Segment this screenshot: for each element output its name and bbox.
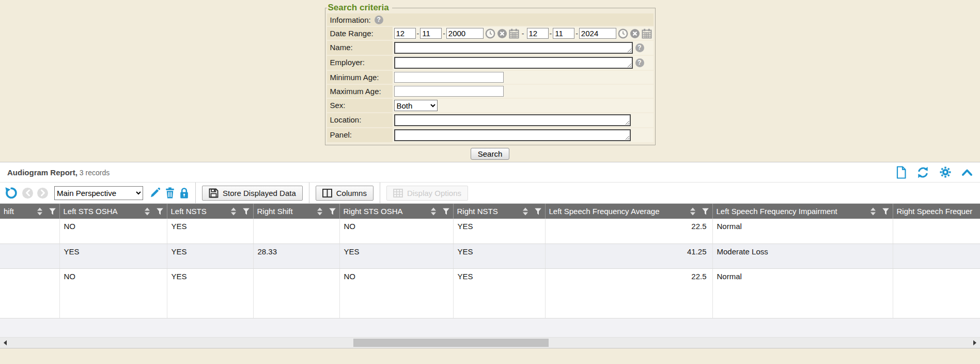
date-range-row: Date Range: - - - - - [327, 27, 654, 40]
from-day-input[interactable] [420, 28, 442, 39]
information-label: Information: [330, 16, 371, 24]
employer-row: Employer: ? [327, 56, 654, 70]
column-header-label: Right Shift [257, 207, 293, 216]
minimum-age-input[interactable] [394, 72, 504, 83]
column-header-left-speech-freq-avg[interactable]: Left Speech Frequency Average [545, 204, 712, 219]
employer-help-icon[interactable]: ? [635, 58, 644, 67]
scroll-left-icon[interactable] [4, 340, 7, 345]
table-row[interactable]: NO YES NO YES 22.5 Normal [0, 219, 980, 244]
cell: Normal [712, 268, 893, 318]
sort-icon[interactable] [431, 207, 436, 215]
back-icon[interactable] [22, 188, 33, 199]
gear-icon[interactable] [939, 166, 952, 178]
report-toolbar: Main Perspective Store Displayed Data Co… [0, 183, 980, 204]
cell: YES [59, 244, 167, 268]
column-header-right-sts-osha[interactable]: Right STS OSHA [339, 204, 453, 219]
to-year-input[interactable] [579, 28, 616, 39]
horizontal-scrollbar[interactable] [0, 337, 980, 348]
employer-input[interactable] [394, 57, 633, 69]
column-header-label: Right Speech Frequer [897, 207, 973, 216]
location-row: Location: [327, 113, 654, 127]
column-header-right-nsts[interactable]: Right NSTS [453, 204, 545, 219]
from-clear-icon[interactable] [497, 28, 507, 39]
name-input[interactable] [394, 42, 633, 54]
cell: 41.25 [545, 244, 712, 268]
scrollbar-thumb[interactable] [353, 339, 549, 347]
from-year-input[interactable] [446, 28, 484, 39]
panel-input[interactable] [394, 129, 631, 141]
scroll-right-icon[interactable] [973, 340, 976, 345]
to-calendar-icon[interactable] [642, 28, 652, 39]
cell: YES [167, 268, 253, 318]
to-clear-icon[interactable] [630, 28, 640, 39]
filter-funnel-icon[interactable] [329, 208, 336, 215]
search-button[interactable]: Search [471, 148, 510, 160]
table-row[interactable]: YES YES 28.33 YES YES 41.25 Moderate Los… [0, 244, 980, 268]
information-help-icon[interactable]: ? [375, 16, 383, 24]
filter-funnel-icon[interactable] [243, 208, 250, 215]
filter-funnel-icon[interactable] [157, 208, 163, 215]
name-label: Name: [327, 41, 393, 55]
column-header-label: Right STS OSHA [344, 207, 403, 216]
cell [253, 219, 339, 244]
columns-button[interactable]: Columns [316, 186, 374, 201]
cell [0, 268, 59, 318]
cell: 22.5 [545, 219, 712, 244]
column-header-left-shift[interactable]: hift [0, 204, 59, 219]
cell [0, 219, 59, 244]
date-range-label: Date Range: [327, 27, 393, 40]
table-row[interactable]: NO YES NO YES 22.5 Normal [0, 268, 980, 318]
filter-funnel-icon[interactable] [882, 208, 889, 215]
filter-funnel-icon[interactable] [49, 208, 56, 215]
display-options-button[interactable]: Display Options [386, 186, 468, 201]
forward-icon[interactable] [37, 188, 48, 199]
table-header-row: hift Left STS OSHA Left NSTS Right Shift… [0, 204, 980, 219]
sort-icon[interactable] [37, 207, 42, 215]
sex-select[interactable]: Both [394, 100, 438, 111]
from-month-input[interactable] [394, 28, 416, 39]
edit-pencil-icon[interactable] [149, 187, 161, 199]
column-header-right-shift[interactable]: Right Shift [253, 204, 339, 219]
cell: Normal [712, 219, 893, 244]
sort-icon[interactable] [317, 207, 322, 215]
collapse-chevron-icon[interactable] [961, 168, 973, 176]
lock-icon[interactable] [179, 187, 189, 199]
to-month-input[interactable] [527, 28, 549, 39]
display-options-grid-icon [393, 189, 403, 198]
columns-label: Columns [336, 189, 367, 198]
from-calendar-icon[interactable] [509, 28, 519, 39]
minimum-age-row: Minimum Age: [327, 71, 654, 84]
name-help-icon[interactable]: ? [635, 43, 644, 52]
sort-icon[interactable] [690, 207, 695, 215]
perspective-select[interactable]: Main Perspective [54, 186, 143, 200]
maximum-age-input[interactable] [394, 86, 504, 97]
delete-trash-icon[interactable] [165, 187, 175, 199]
sort-icon[interactable] [231, 207, 236, 215]
location-input[interactable] [394, 114, 631, 126]
filter-funnel-icon[interactable] [702, 208, 709, 215]
name-row: Name: ? [327, 41, 654, 55]
report-title-text: Audiogram Report, [7, 168, 77, 177]
sort-icon[interactable] [523, 207, 528, 215]
column-header-left-sts-osha[interactable]: Left STS OSHA [59, 204, 167, 219]
to-time-clock-icon[interactable] [618, 28, 628, 39]
panel-row: Panel: [327, 128, 654, 142]
column-header-label: Left Speech Frequency Impairment [717, 207, 837, 216]
to-day-input[interactable] [553, 28, 574, 39]
audiogram-table: hift Left STS OSHA Left NSTS Right Shift… [0, 204, 980, 318]
store-displayed-data-button[interactable]: Store Displayed Data [202, 186, 303, 201]
refresh-icon[interactable] [916, 166, 929, 179]
cell: NO [339, 268, 453, 318]
filter-funnel-icon[interactable] [535, 208, 541, 215]
sort-icon[interactable] [145, 207, 150, 215]
location-label: Location: [327, 113, 393, 127]
panel-label: Panel: [327, 128, 393, 142]
column-header-left-speech-freq-impairment[interactable]: Left Speech Frequency Impairment [712, 204, 893, 219]
from-time-clock-icon[interactable] [485, 28, 495, 39]
column-header-left-nsts[interactable]: Left NSTS [167, 204, 253, 219]
filter-funnel-icon[interactable] [443, 208, 449, 215]
undo-icon[interactable] [5, 186, 18, 200]
column-header-right-speech-freq[interactable]: Right Speech Frequer [893, 204, 980, 219]
sort-icon[interactable] [870, 207, 876, 215]
document-icon[interactable] [896, 166, 907, 179]
